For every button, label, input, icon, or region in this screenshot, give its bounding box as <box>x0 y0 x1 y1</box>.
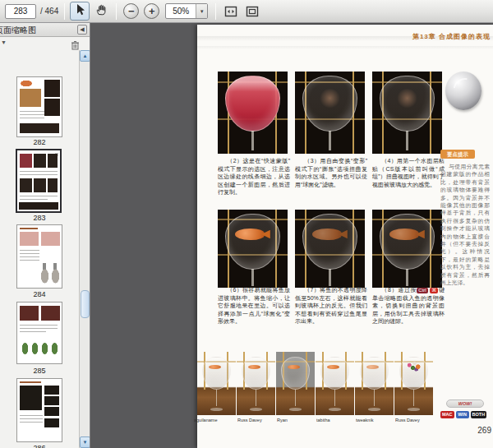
wine-glass-bowl <box>380 214 434 270</box>
gallery-photo-4 <box>316 352 354 415</box>
mac-badge: MAC <box>440 411 454 418</box>
thumbnail-page-286[interactable] <box>16 378 62 442</box>
thumbnails-panel-header: 页面缩略图 ◀ <box>0 23 90 37</box>
cmd-key-badge: ⌘ <box>430 288 438 293</box>
fish <box>235 229 265 240</box>
thumbnail-label: 284 <box>0 290 79 298</box>
tip-box-title: 要点提示 <box>440 150 475 159</box>
wine-glass-foot <box>408 408 421 411</box>
scroll-up-button[interactable]: ▲ <box>80 50 90 62</box>
pdf-viewer-window: / 464 − + 50% ▼ <box>0 0 493 448</box>
cursor-arrow-icon <box>75 3 85 19</box>
fish <box>209 365 220 370</box>
caption-step-6: （6）很容易就能将鱼放进玻璃杯中。将鱼缩小，让它舒服地呆在里边。可以选择再添加一… <box>218 286 290 326</box>
panel-collapse-button[interactable]: ◀ <box>77 25 87 35</box>
toolbar-separator <box>215 3 216 20</box>
fit-page-icon <box>246 6 259 17</box>
fish <box>389 229 419 240</box>
figure-glass-red-wine <box>218 72 288 154</box>
win-badge: WIN <box>456 411 469 418</box>
caption-step-7: （7）将鱼的不透明度降低至50%左右，这样就能看到玻璃杯上的反光。但我们不想看到… <box>295 286 367 326</box>
margin-sphere-image <box>445 72 481 110</box>
thumbnail-label: 282 <box>0 138 79 146</box>
zoom-out-button[interactable]: − <box>123 3 139 19</box>
scroll-down-button[interactable]: ▼ <box>80 436 90 448</box>
wine-glass-foot <box>289 408 302 411</box>
fit-width-button[interactable] <box>221 2 241 21</box>
document-canvas[interactable]: 第13章 合成图像的表现 （2）这是在“快速蒙版”模式下显示的选区，注意选区边缘… <box>91 23 493 448</box>
gallery-photo-3 <box>276 352 315 415</box>
wine-glass-bowl <box>380 76 434 132</box>
thumbnail-page-283-selected[interactable] <box>16 149 62 213</box>
wine-glass-stem <box>256 390 256 406</box>
scrollbar-thumb[interactable] <box>81 290 90 318</box>
thumbnail-page-284[interactable] <box>16 224 62 289</box>
wine-glass-bowl <box>360 357 389 390</box>
wine-glass-bowl <box>225 76 279 132</box>
wine-glass-bowl <box>302 214 357 270</box>
thumbnail-page-285[interactable] <box>16 302 62 364</box>
wine-glass-stem <box>334 390 335 406</box>
gallery-photo-2 <box>237 352 275 415</box>
select-tool-button[interactable] <box>70 2 90 21</box>
thumbnail-list: 282 283 284 285 286 <box>0 50 79 448</box>
wine-glass-stem <box>251 131 254 150</box>
caption-step-4: （4）用第一个水图层粘贴（CS版本以前叫做“成组”）扭曲视图时，就得到了视图被玻… <box>372 157 445 188</box>
ctrl-key-badge: Ctrl <box>417 288 427 293</box>
thumbnail-label: 286 <box>0 444 79 448</box>
options-menu-button[interactable]: ▼ <box>1 39 7 45</box>
wine-glass-stem <box>374 390 375 406</box>
wine-glass-foot <box>368 408 381 411</box>
credit-label: aguilaname <box>194 418 232 423</box>
thumbnail-page-282[interactable] <box>16 76 62 137</box>
fish <box>312 229 342 240</box>
page-total-label: / 464 <box>40 7 58 16</box>
scan-artifact <box>197 46 493 49</box>
thumbnail-label: 283 <box>0 214 79 222</box>
hand-icon <box>95 3 107 19</box>
figure-fish-cloned <box>372 210 442 288</box>
figure-fish-in-glass <box>218 210 288 288</box>
toolbar-separator <box>116 3 117 20</box>
wine-glass-bowl <box>399 357 428 390</box>
zoom-level-value: 50% <box>166 4 196 18</box>
chapter-header: 第13章 合成图像的表现 <box>412 32 491 41</box>
tip-box-body: 与使用分离元素创建蒙版的作品相比，处理带有背景的玻璃物体要难得多。因为背景并不能… <box>440 163 490 287</box>
both-badge: BOTH <box>471 411 487 418</box>
page-number-input[interactable] <box>5 4 36 19</box>
fish <box>366 365 378 370</box>
wine-glass-foot <box>210 408 223 411</box>
sidebar-scrollbar[interactable]: ▲ ▼ <box>79 50 90 448</box>
wine-glass-stem <box>295 390 296 406</box>
wine-glass-foot <box>250 408 263 411</box>
zoom-level-select[interactable]: 50% ▼ <box>165 3 208 19</box>
zoom-in-button[interactable]: + <box>144 3 159 19</box>
caption-step-8: （8）通过按Ctrl ⌘键单击缩略图载入鱼的透明像素，切换到扭曲的背景图层，用仿… <box>372 286 445 326</box>
wine-glass-stem <box>406 269 408 286</box>
hand-tool-button[interactable] <box>91 2 111 21</box>
wine-glass-stem <box>329 269 331 286</box>
platform-badges: MAC WIN BOTH <box>440 411 486 418</box>
wine-glass-stem <box>216 390 217 406</box>
chevron-down-icon[interactable]: ▼ <box>196 4 207 18</box>
gallery-photo-5 <box>355 352 394 415</box>
credit-label: Russ Davey <box>237 418 275 423</box>
figure-glass-magnified <box>372 72 442 154</box>
thumbnails-panel: 页面缩略图 ◀ ▼ 282 283 284 285 286 ▲ ▼ <box>0 23 90 448</box>
wine-glass-stem <box>413 390 414 406</box>
fish <box>288 365 299 370</box>
toolbar-separator <box>64 3 65 20</box>
credit-label: tabitha <box>316 418 354 423</box>
fish <box>248 365 260 370</box>
page-number: 269 <box>477 426 491 435</box>
credit-label: Russ Davey <box>395 418 433 423</box>
pdf-page: 第13章 合成图像的表现 （2）这是在“快速蒙版”模式下显示的选区，注意选区边缘… <box>197 25 493 448</box>
wine-glass-bowl <box>242 357 270 390</box>
wine-glass-stem <box>251 269 254 286</box>
toolbar: / 464 − + 50% ▼ <box>0 0 493 23</box>
fit-page-button[interactable] <box>242 2 262 21</box>
series-logo-pill: WOW! <box>446 400 484 408</box>
reflection <box>320 89 341 109</box>
gallery-photo-6 <box>394 352 433 415</box>
wine-glass-bowl <box>302 76 357 132</box>
